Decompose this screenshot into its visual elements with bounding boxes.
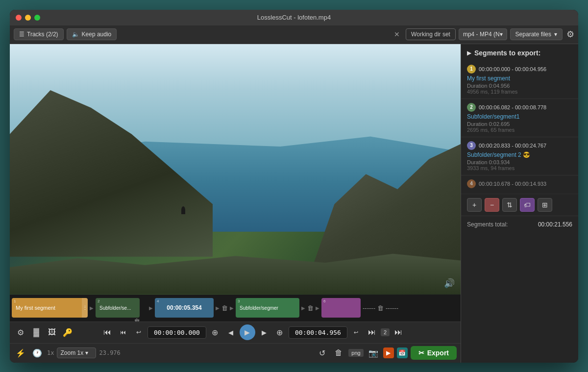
delete-segment-4[interactable]: 🗑	[221, 304, 228, 312]
clear-button[interactable]: ✕	[391, 29, 403, 39]
camera-btn[interactable]: 📷	[367, 346, 380, 360]
segment-handle-left-1[interactable]: ⋮	[82, 298, 88, 318]
expand-icon: ▶	[467, 50, 471, 56]
segment-1-duration: Duration 0:04.956	[467, 83, 572, 89]
main-area: 🔊 1 My first segment ⋮ ▶ 2 Subfolder/se.…	[10, 44, 578, 363]
history-btn[interactable]: ↺	[315, 346, 329, 360]
shuffle-btn[interactable]: ⚡	[14, 346, 27, 360]
trash-btn[interactable]: 🗑	[332, 346, 345, 360]
video-preview: 🔊	[10, 44, 461, 295]
dashes-end: ------	[362, 304, 376, 312]
split-segment-btn[interactable]: ⊞	[538, 198, 552, 212]
zoom-selector[interactable]: Zoom 1x ▾	[57, 347, 96, 358]
segment-number-6: 6	[323, 299, 325, 303]
video-container: 🔊 1 My first segment ⋮ ▶ 2 Subfolder/se.…	[10, 44, 461, 363]
toolbar: ☰ Tracks (2/2) 🔈 Keep audio ✕ Working di…	[10, 25, 578, 44]
traffic-lights	[16, 15, 40, 21]
speaker-icon: 🔈	[72, 31, 79, 38]
play-button[interactable]: ▶	[240, 324, 255, 340]
next-keyframe-btn[interactable]: ⏭	[365, 325, 379, 339]
segment-3-name[interactable]: Subfolder/segment 2 😎	[467, 151, 572, 158]
clock-btn[interactable]: 🕐	[30, 346, 44, 360]
segment-number-1: 1	[14, 299, 16, 303]
mark-end-btn[interactable]: ↩	[349, 325, 363, 339]
set-end-key-btn[interactable]: ⊕	[273, 325, 287, 339]
segment-4-time: 00:00:10.678 - 00:00:14.933	[479, 181, 546, 187]
x-icon: ✕	[394, 30, 400, 38]
maximize-button[interactable]	[34, 15, 40, 21]
close-button[interactable]	[16, 15, 22, 21]
add-segment-btn[interactable]: +	[467, 198, 482, 212]
play-reverse-btn[interactable]: ◀	[224, 325, 238, 339]
end-time-display: 00:00:04.956	[289, 326, 347, 339]
tag-segment-btn[interactable]: 🏷	[520, 198, 535, 212]
skip-back-btn[interactable]: ⏮	[100, 325, 114, 339]
format-badge: png	[348, 349, 363, 357]
timeline-segment-2[interactable]: 2 Subfolder/se...	[96, 298, 140, 318]
set-start-key-btn[interactable]: ⊕	[208, 325, 222, 339]
timeline-segment-1[interactable]: 1 My first segment ⋮	[12, 298, 88, 318]
delete-segment-3[interactable]: 🗑	[307, 304, 314, 312]
minimize-button[interactable]	[25, 15, 31, 21]
segments-total: Segments total: 00:00:21.556	[461, 216, 578, 233]
play-forward-btn[interactable]: ▶	[257, 325, 271, 339]
hamburger-icon: ☰	[19, 31, 24, 38]
figure	[181, 206, 185, 214]
zoom-label: Zoom 1x	[60, 349, 83, 356]
segment-2-duration: Duration 0:02.695	[467, 121, 572, 127]
format-dropdown[interactable]: mp4 - MP4 (N▾	[459, 28, 507, 40]
segment-item-4[interactable]: 4 00:00:10.678 - 00:00:14.933	[461, 175, 578, 194]
skip-forward-btn[interactable]: ⏭	[392, 325, 405, 339]
segment-2-header: 2 00:00:06.082 - 00:00:08.778	[467, 103, 572, 112]
arrow-3: ▶	[215, 305, 220, 311]
segment-number-3: 3	[238, 299, 240, 303]
sort-segments-btn[interactable]: ⇅	[502, 198, 517, 212]
segment-actions: + − ⇅ 🏷 ⊞	[461, 194, 578, 216]
app-window: LosslessCut - lofoten.mp4 ☰ Tracks (2/2)…	[10, 10, 578, 363]
speed-label: 1x	[47, 349, 54, 356]
remove-segment-btn[interactable]: −	[485, 198, 499, 212]
volume-icon: 🔊	[444, 278, 455, 289]
snapshot-btn[interactable]: 🖼	[45, 325, 59, 339]
prev-keyframe-btn[interactable]: ↩	[132, 325, 146, 339]
segment-number-4: 4	[157, 299, 159, 303]
timeline-segment-6[interactable]: 6	[321, 298, 361, 318]
delete-segment-2[interactable]: 🗑	[134, 318, 140, 322]
segment-badge: 2	[381, 328, 390, 336]
segments-header: ▶ Segments to export:	[461, 44, 578, 61]
segment-2-time: 00:00:06.082 - 00:00:08.778	[479, 104, 546, 110]
audio-button[interactable]: 🔈 Keep audio	[67, 28, 117, 40]
timeline-segment-3[interactable]: 3 Subfolder/segmer	[236, 298, 299, 318]
segment-label-1: My first segment	[16, 305, 55, 311]
timeline-segment-4[interactable]: 4 00:00:05.354	[155, 298, 214, 318]
controls-bar: ⚙ ▓ 🖼 🔑 ⏮ ⏮ ↩ 00:00:00.000 ⊕ ◀ ▶ ▶ ⊕ 00:…	[10, 322, 461, 343]
storyboard-btn[interactable]: ▶	[383, 347, 394, 358]
delete-segment-6[interactable]: 🗑	[377, 304, 384, 312]
arrow-1: ▶	[89, 305, 95, 311]
segment-item-3[interactable]: 3 00:00:20.833 - 00:00:24.767 Subfolder/…	[461, 137, 578, 175]
export-button[interactable]: ✂ Export	[411, 346, 457, 360]
tracks-button[interactable]: ☰ Tracks (2/2)	[14, 28, 64, 40]
segment-badge-4: 4	[467, 179, 476, 188]
key-btn[interactable]: 🔑	[61, 325, 74, 339]
arrow-2: ▶	[148, 305, 154, 311]
segment-3-header: 3 00:00:20.833 - 00:00:24.767	[467, 141, 572, 150]
arrow-4: ▶	[229, 305, 235, 311]
fps-display: 23.976	[99, 349, 120, 356]
segment-1-name[interactable]: My first segment	[467, 75, 572, 82]
calendar-btn[interactable]: 📅	[397, 347, 408, 358]
waveform-btn[interactable]: ▓	[29, 325, 43, 339]
landscape	[10, 44, 461, 295]
prev-frame-btn[interactable]: ⏮	[116, 325, 130, 339]
dashes-end2: ------	[385, 304, 399, 312]
settings-icon-btn[interactable]: ⚙	[14, 325, 27, 339]
segment-item-2[interactable]: 2 00:00:06.082 - 00:00:08.778 Subfolder/…	[461, 99, 578, 137]
segment-2-name[interactable]: Subfolder/segment1	[467, 113, 572, 120]
output-mode-dropdown[interactable]: Separate files ▾	[510, 28, 563, 40]
arrow-6: ▶	[315, 305, 320, 311]
settings-button[interactable]: ⚙	[566, 29, 574, 40]
segment-number-2: 2	[98, 299, 99, 303]
working-dir-badge[interactable]: Working dir set	[406, 28, 456, 40]
segment-item-1[interactable]: 1 00:00:00.000 - 00:00:04.956 My first s…	[461, 61, 578, 99]
chevron-down-icon: ▾	[554, 31, 557, 38]
